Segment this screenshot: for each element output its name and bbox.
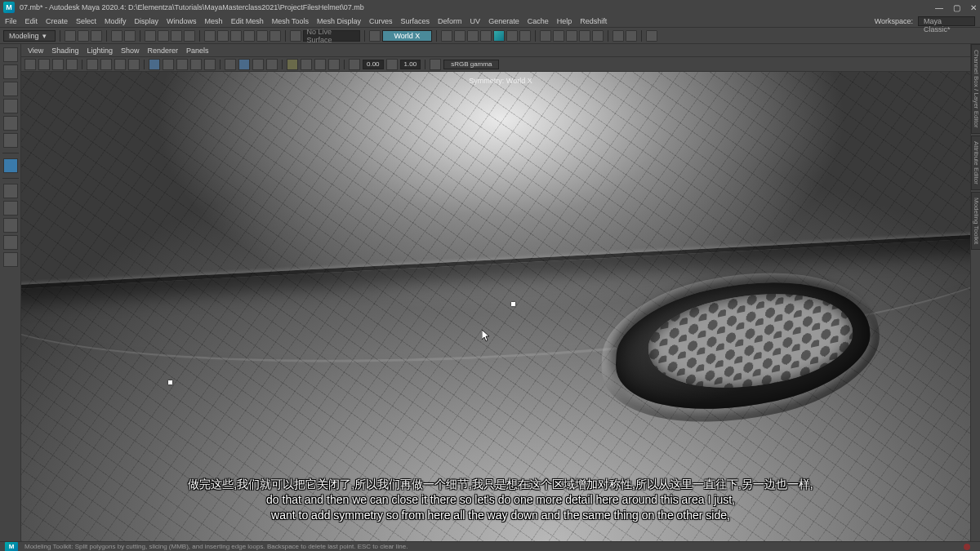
open-render-view-icon[interactable] — [592, 30, 604, 42]
symmetry-mode[interactable]: World X — [382, 30, 433, 42]
shadows-icon[interactable] — [204, 59, 216, 70]
open-scene-icon[interactable] — [78, 30, 89, 42]
menu-cache[interactable]: Cache — [528, 17, 549, 25]
content-browser-icon[interactable] — [579, 30, 590, 42]
light-editor-icon[interactable] — [506, 30, 518, 42]
tab-channel-box[interactable]: Channel Box / Layer Editor — [971, 44, 980, 134]
xray-joints-icon[interactable] — [266, 59, 278, 70]
menu-generate[interactable]: Generate — [488, 17, 519, 25]
camera-select-icon[interactable] — [24, 59, 36, 70]
select-tool[interactable] — [3, 47, 18, 62]
maximize-button[interactable]: ▢ — [953, 3, 960, 12]
image-plane-icon[interactable] — [66, 59, 78, 70]
scale-tool[interactable] — [3, 133, 18, 148]
redo-icon[interactable] — [124, 30, 136, 42]
exposure-value[interactable]: 0.00 — [363, 60, 384, 69]
snap-point-icon[interactable] — [230, 30, 242, 42]
menu-mesh-tools[interactable]: Mesh Tools — [272, 17, 309, 25]
save-scene-icon[interactable] — [91, 30, 102, 42]
select-object-icon[interactable] — [184, 30, 195, 42]
magnet-icon[interactable] — [290, 30, 301, 42]
wireframe-icon[interactable] — [149, 59, 160, 70]
history-icon[interactable] — [441, 30, 452, 42]
select-vertex-icon[interactable] — [145, 30, 156, 42]
menu-surfaces[interactable]: Surfaces — [401, 17, 430, 25]
layout-persp-icon[interactable] — [3, 235, 18, 250]
snap-live-icon[interactable] — [270, 30, 281, 42]
use-lights-icon[interactable] — [190, 59, 202, 70]
undo-icon[interactable] — [111, 30, 122, 42]
render-settings-icon[interactable] — [480, 30, 492, 42]
xgen-icon[interactable] — [540, 30, 551, 42]
menu-display[interactable]: Display — [135, 17, 159, 25]
menu-windows[interactable]: Windows — [167, 17, 197, 25]
lasso-tool[interactable] — [3, 64, 18, 79]
select-edge-icon[interactable] — [158, 30, 169, 42]
smooth-shade-icon[interactable] — [163, 59, 174, 70]
maya-app-icon[interactable]: M — [5, 542, 18, 552]
symmetry-toggle-icon[interactable] — [369, 30, 381, 42]
ao-icon[interactable] — [287, 59, 298, 70]
panel-menu-shading[interactable]: Shading — [51, 47, 78, 55]
textured-icon[interactable] — [176, 59, 188, 70]
snap-plane-icon[interactable] — [256, 30, 268, 42]
resolution-gate-icon[interactable] — [114, 59, 126, 70]
tab-modeling-toolkit[interactable]: Modeling Toolkit — [971, 192, 980, 250]
account-icon[interactable] — [646, 30, 657, 42]
menu-redshift[interactable]: Redshift — [580, 17, 607, 25]
viewport[interactable]: Symmetry: World X 做完这些,我们就可以把它关闭了,所以我们再做… — [21, 72, 980, 541]
snap-projected-icon[interactable] — [243, 30, 255, 42]
script-error-indicator[interactable] — [964, 544, 970, 550]
xray-icon[interactable] — [252, 59, 264, 70]
view-transform-icon[interactable] — [430, 59, 441, 70]
depth-field-icon[interactable] — [328, 59, 340, 70]
layout-single-icon[interactable] — [3, 184, 18, 198]
menu-select[interactable]: Select — [76, 17, 96, 25]
layout-four-icon[interactable] — [3, 201, 18, 216]
render-frame-icon[interactable] — [454, 30, 466, 42]
menu-file[interactable]: File — [5, 17, 17, 25]
panel-menu-show[interactable]: Show — [121, 47, 140, 55]
menu-uv[interactable]: UV — [470, 17, 481, 25]
menu-set-selector[interactable]: Modeling▾ — [3, 30, 56, 42]
paint-select-tool[interactable] — [3, 82, 18, 96]
layout-outliner-icon[interactable] — [3, 218, 18, 233]
menu-modify[interactable]: Modify — [105, 17, 127, 25]
menu-deform[interactable]: Deform — [438, 17, 462, 25]
rewind-icon[interactable] — [612, 30, 624, 42]
minimize-button[interactable]: — — [935, 3, 943, 12]
menu-mesh-display[interactable]: Mesh Display — [317, 17, 361, 25]
rotate-tool[interactable] — [3, 116, 18, 131]
bookmark-icon[interactable] — [52, 59, 64, 70]
playblast-icon[interactable] — [519, 30, 531, 42]
panel-menu-panels[interactable]: Panels — [186, 47, 209, 55]
film-gate-icon[interactable] — [100, 59, 112, 70]
gamma-icon[interactable] — [386, 59, 398, 70]
gamma-value[interactable]: 1.00 — [400, 60, 421, 69]
menu-help[interactable]: Help — [557, 17, 572, 25]
snap-grid-icon[interactable] — [204, 30, 216, 42]
exposure-icon[interactable] — [349, 59, 360, 70]
live-surface-field[interactable]: No Live Surface — [303, 30, 360, 42]
grid-toggle-icon[interactable] — [87, 59, 98, 70]
wire-on-shaded-icon[interactable] — [238, 59, 250, 70]
new-scene-icon[interactable] — [65, 30, 76, 42]
camera-lock-icon[interactable] — [38, 59, 50, 70]
motion-blur-icon[interactable] — [301, 59, 312, 70]
menu-edit[interactable]: Edit — [25, 17, 38, 25]
isolate-icon[interactable] — [225, 59, 236, 70]
view-transform-mode[interactable]: sRGB gamma — [443, 60, 499, 69]
gate-mask-icon[interactable] — [128, 59, 140, 70]
menu-curves[interactable]: Curves — [369, 17, 393, 25]
close-button[interactable]: ✕ — [970, 3, 977, 12]
motion-icon[interactable] — [566, 30, 577, 42]
panel-menu-renderer[interactable]: Renderer — [147, 47, 178, 55]
panel-menu-view[interactable]: View — [28, 47, 43, 55]
move-tool[interactable] — [3, 99, 18, 113]
ipr-icon[interactable] — [467, 30, 479, 42]
humanik-icon[interactable] — [553, 30, 564, 42]
hypershade-icon[interactable] — [493, 30, 505, 42]
select-face-icon[interactable] — [171, 30, 182, 42]
tab-attribute-editor[interactable]: Attribute Editor — [971, 136, 980, 190]
panel-menu-lighting[interactable]: Lighting — [87, 47, 113, 55]
